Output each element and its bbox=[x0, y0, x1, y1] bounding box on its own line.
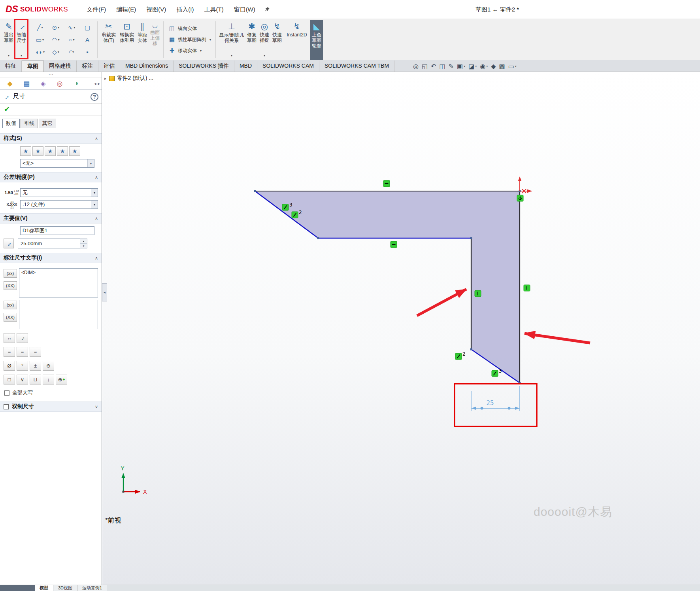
text-tool[interactable]: A bbox=[79, 34, 95, 46]
fillet-tool[interactable]: ◜▾ bbox=[64, 46, 79, 58]
hole-callout-button[interactable]: ⊖ bbox=[43, 361, 54, 371]
feature-tree-breadcrumb[interactable]: ▸ 零件2 (默认) ... bbox=[104, 75, 153, 82]
add-parenthesis-button[interactable]: (xx) bbox=[4, 269, 17, 278]
dimxpertmanager-tab[interactable]: ◎ bbox=[51, 78, 68, 89]
propertymanager-tab[interactable]: ▤ bbox=[18, 78, 35, 89]
menu-编辑(E)[interactable]: 编辑(E) bbox=[111, 0, 141, 19]
view-settings-icon[interactable]: ▭▾ bbox=[508, 63, 517, 70]
chevron-down-icon[interactable]: ▾ bbox=[475, 64, 477, 68]
zoom-area-icon[interactable]: ◱ bbox=[422, 63, 428, 70]
tab-MBD Dimensions[interactable]: MBD Dimensions bbox=[120, 61, 174, 72]
chevron-down-icon[interactable]: ▾ bbox=[264, 54, 265, 57]
add-style-button[interactable]: ★ bbox=[32, 146, 43, 156]
menu-插入(I)[interactable]: 插入(I) bbox=[171, 0, 199, 19]
diameter-symbol-button[interactable]: Ø bbox=[4, 361, 15, 371]
linear-sketch-pattern-button[interactable]: ▦ 线性草图阵列 ▾ bbox=[166, 34, 213, 45]
exit-sketch-button[interactable]: ✎ 退出草图 ▾ bbox=[2, 20, 15, 59]
chevron-down-icon[interactable]: ▾ bbox=[8, 54, 9, 57]
precision-dropdown[interactable]: .12 (文件) ▾ bbox=[20, 200, 98, 209]
chevron-down-icon[interactable]: ▾ bbox=[486, 64, 488, 68]
tolerance-type-dropdown[interactable]: 无 ▾ bbox=[20, 188, 98, 197]
dimension-text-section-header[interactable]: 标注尺寸文字(I)∧ bbox=[0, 253, 102, 263]
chevron-down-icon[interactable]: ▾ bbox=[73, 38, 75, 42]
display-delete-relations-button[interactable]: ⊥ 显示/删除几何关系 ▾ bbox=[218, 20, 245, 59]
chevron-down-icon[interactable]: ▾ bbox=[58, 50, 59, 54]
dimension-value-field[interactable]: 25.00mm bbox=[18, 239, 80, 248]
expand-arrow-icon[interactable]: ▸ bbox=[104, 76, 107, 81]
scroll-right-icon[interactable]: ▸ bbox=[98, 81, 100, 86]
panel-collapse-button[interactable]: ◂ bbox=[102, 283, 107, 301]
chevron-down-icon[interactable]: ▾ bbox=[42, 38, 44, 42]
scroll-left-icon[interactable]: ◂ bbox=[94, 81, 96, 86]
shaded-sketch-contours-button[interactable]: ◣ 上色草图轮廓 bbox=[310, 20, 323, 60]
tab-MBD[interactable]: MBD bbox=[234, 61, 257, 72]
subtab-数值[interactable]: 数值 bbox=[2, 119, 20, 128]
counterbore-symbol-button[interactable]: ⊔ bbox=[30, 375, 41, 385]
text-angle-button[interactable]: ↔ bbox=[17, 333, 28, 343]
featuremanager-tab[interactable]: ◆ bbox=[2, 78, 18, 89]
load-style-button[interactable]: ★ bbox=[69, 146, 80, 156]
move-entities-button[interactable]: ✚ 移动实体 ▾ bbox=[166, 45, 213, 56]
rectangle-tool[interactable]: ▭▾ bbox=[32, 34, 48, 46]
convert-entities-button[interactable]: ⊡ 转换实体引用 bbox=[118, 20, 136, 59]
zoom-fit-icon[interactable]: ◎ bbox=[413, 63, 419, 70]
value-spinner[interactable]: ▴ ▾ bbox=[80, 239, 87, 248]
justify-right-button[interactable]: ≡ bbox=[30, 347, 41, 357]
line-tool[interactable]: ╱▾ bbox=[32, 21, 48, 34]
more-symbols-button[interactable]: ⊕+ bbox=[56, 375, 67, 385]
save-style-button[interactable]: ★ bbox=[57, 146, 68, 156]
repair-sketch-button[interactable]: ✱ 修复草图 bbox=[245, 20, 258, 59]
chevron-down-icon[interactable]: ▾ bbox=[21, 54, 22, 57]
display-style-icon[interactable]: ◪▾ bbox=[468, 63, 477, 70]
chevron-down-icon[interactable]: ▾ bbox=[91, 189, 98, 197]
chevron-down-icon[interactable]: ▾ bbox=[231, 54, 232, 57]
chevron-down-icon[interactable]: ▾ bbox=[200, 49, 202, 53]
reverse-direction-button[interactable]: ↔ bbox=[4, 239, 14, 248]
smart-dimension-button[interactable]: ↔ 智能尺寸 ▾ bbox=[15, 20, 28, 59]
displaymanager-tab[interactable]: ◑ bbox=[68, 78, 85, 89]
dimension-text-area-secondary[interactable] bbox=[19, 300, 98, 329]
add-parenthesis-caps-button[interactable]: (XX) bbox=[4, 281, 17, 290]
dimension-text-area[interactable]: <DIM> bbox=[19, 268, 98, 297]
dual-dimension-section-header[interactable]: 双制尺寸 ∨ bbox=[0, 402, 102, 412]
tab-SOLIDWORKS 插件[interactable]: SOLIDWORKS 插件 bbox=[174, 61, 234, 72]
sketch-entity-icon[interactable]: ✎ bbox=[449, 63, 454, 70]
chevron-down-icon[interactable]: ▾ bbox=[42, 26, 43, 29]
quick-snaps-button[interactable]: ◎ 快速捕捉 ▾ bbox=[258, 20, 271, 59]
chevron-down-icon[interactable]: ▾ bbox=[74, 26, 75, 29]
circle-tool[interactable]: ⊙▾ bbox=[48, 21, 64, 34]
menu-视图(V)[interactable]: 视图(V) bbox=[141, 0, 171, 19]
configurationmanager-tab[interactable]: ◈ bbox=[35, 78, 51, 89]
tolerance-section-header[interactable]: 公差/精度(P)∧ bbox=[0, 172, 102, 182]
chevron-down-icon[interactable]: ▾ bbox=[87, 159, 94, 167]
help-button[interactable]: ? bbox=[91, 93, 98, 101]
document-tab-运动算例1[interactable]: 运动算例1 bbox=[77, 585, 107, 591]
countersink-symbol-button[interactable]: ∨ bbox=[17, 375, 28, 385]
spin-up-icon[interactable]: ▴ bbox=[80, 239, 87, 244]
tab-标注[interactable]: 标注 bbox=[77, 61, 98, 72]
chevron-down-icon[interactable]: ▾ bbox=[72, 50, 74, 54]
spin-down-icon[interactable]: ▾ bbox=[80, 244, 87, 248]
subtab-其它[interactable]: 其它 bbox=[39, 119, 56, 128]
delete-style-button[interactable]: ★ bbox=[45, 146, 56, 156]
justify-left-button[interactable]: ≡ bbox=[4, 347, 15, 357]
menu-文件(F)[interactable]: 文件(F) bbox=[81, 0, 111, 19]
rapid-sketch-button[interactable]: ↯ 快速草图 bbox=[271, 20, 283, 59]
style-dropdown[interactable]: <无> ▾ bbox=[20, 159, 94, 168]
chevron-down-icon[interactable]: ▾ bbox=[43, 50, 45, 54]
menu-窗口(W)[interactable]: 窗口(W) bbox=[229, 0, 260, 19]
add-parenthesis-caps-button-2[interactable]: (XX) bbox=[4, 313, 17, 322]
subtab-引线[interactable]: 引线 bbox=[21, 119, 38, 128]
tab-评估[interactable]: 评估 bbox=[98, 61, 120, 72]
section-view-icon[interactable]: ◫ bbox=[440, 63, 445, 70]
chevron-down-icon[interactable]: ▾ bbox=[58, 26, 59, 29]
ellipse-tool[interactable]: ○▾ bbox=[64, 34, 79, 46]
ok-button[interactable]: ✔ bbox=[4, 105, 10, 114]
style-section-header[interactable]: 样式(S)∧ bbox=[0, 133, 102, 144]
chevron-down-icon[interactable]: ▾ bbox=[464, 64, 465, 68]
apply-scene-icon[interactable]: ▩ bbox=[499, 63, 505, 70]
apply-default-style-button[interactable]: ★ bbox=[20, 146, 31, 156]
hide-show-items-icon[interactable]: ◉▾ bbox=[480, 63, 488, 70]
panel-resize-handle[interactable]: ⋯ bbox=[0, 72, 102, 78]
mirror-entities-button[interactable]: ◫ 镜向实体 bbox=[166, 23, 213, 34]
